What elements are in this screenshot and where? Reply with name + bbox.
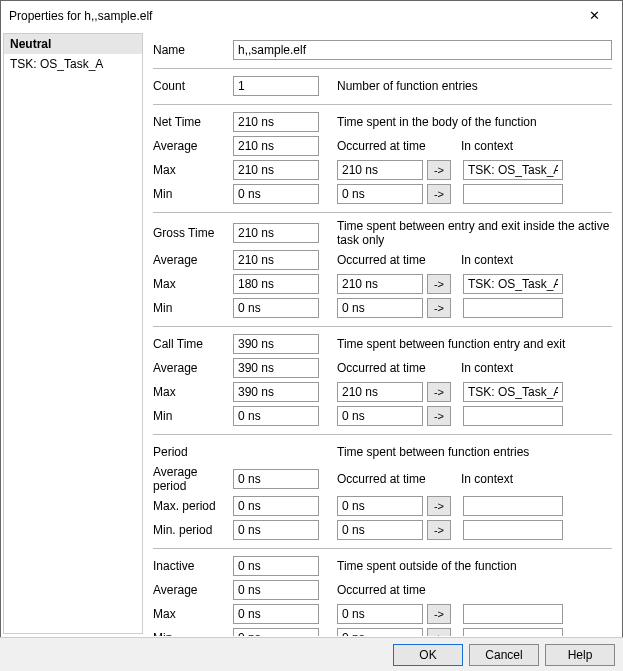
nettime-desc: Time spent in the body of the function: [337, 115, 612, 129]
inactive-min-ctx-field[interactable]: [463, 628, 563, 636]
count-label: Count: [153, 79, 233, 93]
inactive-min-field[interactable]: [233, 628, 319, 636]
sidebar-item-neutral[interactable]: Neutral: [4, 34, 142, 54]
calltime-field[interactable]: [233, 334, 319, 354]
nettime-max-goto-button[interactable]: ->: [427, 160, 451, 180]
count-field[interactable]: [233, 76, 319, 96]
inactive-min-goto-button[interactable]: ->: [427, 628, 451, 636]
grosstime-desc: Time spent between entry and exit inside…: [337, 219, 612, 247]
period-min-ctx-field[interactable]: [463, 520, 563, 540]
nettime-min-field[interactable]: [233, 184, 319, 204]
calltime-avg-field[interactable]: [233, 358, 319, 378]
grosstime-avg-label: Average: [153, 253, 233, 267]
grosstime-max-goto-button[interactable]: ->: [427, 274, 451, 294]
period-avg-label: Average period: [153, 465, 233, 493]
nettime-avg-field[interactable]: [233, 136, 319, 156]
inactive-avg-label: Average: [153, 583, 233, 597]
inactive-field[interactable]: [233, 556, 319, 576]
nettime-avg-label: Average: [153, 139, 233, 153]
calltime-min-goto-button[interactable]: ->: [427, 406, 451, 426]
calltime-max-label: Max: [153, 385, 233, 399]
nettime-max-label: Max: [153, 163, 233, 177]
grosstime-min-goto-button[interactable]: ->: [427, 298, 451, 318]
grosstime-max-label: Max: [153, 277, 233, 291]
calltime-label: Call Time: [153, 337, 233, 351]
period-max-ctx-field[interactable]: [463, 496, 563, 516]
calltime-min-ctx-field[interactable]: [463, 406, 563, 426]
period-occ-label: Occurred at time: [337, 472, 461, 486]
calltime-max-occ-field[interactable]: [337, 382, 423, 402]
calltime-max-field[interactable]: [233, 382, 319, 402]
period-min-goto-button[interactable]: ->: [427, 520, 451, 540]
nettime-label: Net Time: [153, 115, 233, 129]
period-avg-field[interactable]: [233, 469, 319, 489]
grosstime-max-ctx-field[interactable]: [463, 274, 563, 294]
grosstime-label: Gross Time: [153, 226, 233, 240]
inactive-max-label: Max: [153, 607, 233, 621]
calltime-occ-label: Occurred at time: [337, 361, 461, 375]
calltime-min-occ-field[interactable]: [337, 406, 423, 426]
help-button[interactable]: Help: [545, 644, 615, 666]
inactive-max-occ-field[interactable]: [337, 604, 423, 624]
nettime-occ-label: Occurred at time: [337, 139, 461, 153]
ok-button[interactable]: OK: [393, 644, 463, 666]
inactive-avg-field[interactable]: [233, 580, 319, 600]
footer: OK Cancel Help: [0, 637, 623, 671]
grosstime-min-occ-field[interactable]: [337, 298, 423, 318]
inactive-max-field[interactable]: [233, 604, 319, 624]
cancel-button[interactable]: Cancel: [469, 644, 539, 666]
count-desc: Number of function entries: [337, 79, 612, 93]
grosstime-field[interactable]: [233, 223, 319, 243]
nettime-max-field[interactable]: [233, 160, 319, 180]
nettime-min-occ-field[interactable]: [337, 184, 423, 204]
period-desc: Time spent between function entries: [337, 445, 612, 459]
grosstime-min-field[interactable]: [233, 298, 319, 318]
calltime-max-ctx-field[interactable]: [463, 382, 563, 402]
period-max-label: Max. period: [153, 499, 233, 513]
period-min-field[interactable]: [233, 520, 319, 540]
name-label: Name: [153, 43, 233, 57]
calltime-ctx-label: In context: [461, 361, 581, 375]
calltime-min-field[interactable]: [233, 406, 319, 426]
period-max-occ-field[interactable]: [337, 496, 423, 516]
grosstime-min-label: Min: [153, 301, 233, 315]
inactive-occ-label: Occurred at time: [337, 583, 461, 597]
nettime-min-ctx-field[interactable]: [463, 184, 563, 204]
titlebar: Properties for h,,sample.elf ✕: [1, 1, 622, 31]
nettime-min-label: Min: [153, 187, 233, 201]
grosstime-max-occ-field[interactable]: [337, 274, 423, 294]
inactive-min-label: Min: [153, 631, 233, 636]
nettime-field[interactable]: [233, 112, 319, 132]
nettime-min-goto-button[interactable]: ->: [427, 184, 451, 204]
period-ctx-label: In context: [461, 472, 581, 486]
period-max-field[interactable]: [233, 496, 319, 516]
calltime-desc: Time spent between function entry and ex…: [337, 337, 612, 351]
inactive-min-occ-field[interactable]: [337, 628, 423, 636]
grosstime-avg-field[interactable]: [233, 250, 319, 270]
sidebar: Neutral TSK: OS_Task_A: [3, 33, 143, 634]
grosstime-occ-label: Occurred at time: [337, 253, 461, 267]
calltime-avg-label: Average: [153, 361, 233, 375]
period-max-goto-button[interactable]: ->: [427, 496, 451, 516]
nettime-ctx-label: In context: [461, 139, 581, 153]
inactive-label: Inactive: [153, 559, 233, 573]
sidebar-item-label: Neutral: [10, 37, 51, 51]
calltime-min-label: Min: [153, 409, 233, 423]
grosstime-ctx-label: In context: [461, 253, 581, 267]
period-min-occ-field[interactable]: [337, 520, 423, 540]
period-label: Period: [153, 445, 233, 459]
inactive-max-ctx-field[interactable]: [463, 604, 563, 624]
window-title: Properties for h,,sample.elf: [9, 1, 152, 31]
period-min-label: Min. period: [153, 523, 233, 537]
name-field[interactable]: [233, 40, 612, 60]
inactive-max-goto-button[interactable]: ->: [427, 604, 451, 624]
sidebar-item-label: TSK: OS_Task_A: [10, 57, 103, 71]
grosstime-max-field[interactable]: [233, 274, 319, 294]
sidebar-item-task-a[interactable]: TSK: OS_Task_A: [4, 54, 142, 74]
nettime-max-ctx-field[interactable]: [463, 160, 563, 180]
grosstime-min-ctx-field[interactable]: [463, 298, 563, 318]
nettime-max-occ-field[interactable]: [337, 160, 423, 180]
close-icon[interactable]: ✕: [574, 1, 614, 31]
inactive-desc: Time spent outside of the function: [337, 559, 612, 573]
calltime-max-goto-button[interactable]: ->: [427, 382, 451, 402]
